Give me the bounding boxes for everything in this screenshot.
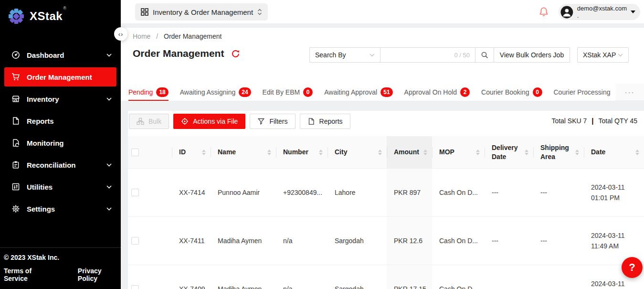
tab-edit-by-ebm[interactable]: Edit By EBM 0 — [263, 84, 313, 101]
column-header-date[interactable]: Date — [584, 136, 644, 168]
column-header-city[interactable]: City — [327, 136, 387, 168]
ellipsis-icon: ··· — [625, 88, 635, 96]
row-checkbox[interactable] — [131, 189, 139, 196]
cell-amount: PKR 17.15 — [387, 265, 432, 289]
column-header-id[interactable]: ID — [172, 136, 211, 168]
cell-shipping-area: --- — [533, 217, 584, 265]
sort-icon — [423, 150, 427, 155]
sidebar-nav: Dashboard Order Management Inventory — [0, 45, 121, 221]
sort-icon — [476, 150, 480, 155]
cell-city: Sargodah — [327, 217, 387, 265]
tab-count-badge: 51 — [380, 87, 392, 97]
search-icon — [481, 51, 488, 59]
sort-icon — [378, 150, 382, 155]
column-header-shipping-area[interactable]: Shipping Area — [533, 136, 584, 168]
view-bulk-orders-job-button[interactable]: View Bulk Orders Job — [494, 47, 570, 63]
expand-cell — [151, 217, 172, 265]
table-row[interactable]: XX-7411 Madiha Aymen n/a Sargodah PKR 12… — [128, 217, 644, 265]
dashboard-gauge-icon — [11, 51, 20, 59]
user-menu[interactable]: demo@xstak.com . — [559, 4, 640, 20]
char-counter: 0 / 50 — [454, 52, 470, 59]
app-switcher-label: Inventory & Order Management — [153, 8, 253, 16]
cart-icon — [11, 73, 20, 81]
sidebar-item-order-management[interactable]: Order Management — [4, 67, 116, 86]
app-switcher[interactable]: Inventory & Order Management — [135, 3, 268, 21]
column-header-number[interactable]: Number — [276, 136, 327, 168]
trademark-mark: ® — [63, 6, 66, 11]
reports-label: Reports — [319, 118, 343, 125]
chevron-down-icon — [370, 54, 375, 57]
sidebar: XStak® Dashboard Order Management — [0, 0, 121, 289]
tab-courier-booking[interactable]: Courier Booking 0 — [481, 84, 542, 101]
notification-bell-icon[interactable] — [538, 6, 549, 18]
column-header-amount[interactable]: Amount — [387, 136, 432, 168]
question-mark-icon: ? — [629, 261, 635, 274]
tab-courier-processing[interactable]: Courier Processing — [554, 84, 611, 101]
page-header-section: Home / Order Management Order Management… — [121, 28, 644, 101]
search-controls: Search By 0 / 50 View Bulk Orders Job XS… — [309, 47, 629, 63]
cell-name: Madiha Aymen — [211, 217, 276, 265]
sliders-icon — [11, 182, 20, 191]
sidebar-item-label: Dashboard — [27, 51, 106, 59]
sidebar-item-label: Utilities — [27, 183, 106, 191]
filters-button[interactable]: Filters — [250, 114, 295, 129]
up-down-caret-icon — [257, 8, 262, 16]
cell-date: 2024-03-11 11:49 AM — [591, 230, 626, 251]
sidebar-item-label: Order Management — [27, 73, 112, 81]
sidebar-item-utilities[interactable]: Utilities — [4, 177, 116, 196]
tab-awaiting-approval[interactable]: Awaiting Approval 51 — [324, 84, 392, 101]
tabs-overflow-button[interactable]: ··· — [615, 84, 644, 101]
row-checkbox[interactable] — [131, 285, 139, 289]
cell-city: Sargodah — [327, 265, 387, 289]
chevron-down-icon — [106, 163, 112, 167]
actions-via-file-button[interactable]: Actions via File — [173, 114, 245, 129]
refresh-icon[interactable] — [231, 49, 240, 58]
bulk-group-icon — [137, 118, 144, 125]
sort-icon — [319, 150, 323, 155]
breadcrumb-home[interactable]: Home — [133, 32, 150, 40]
tab-awaiting-assigning[interactable]: Awaiting Assigning 24 — [180, 84, 251, 101]
select-all-checkbox[interactable] — [131, 149, 139, 156]
workspace-select[interactable]: XStak XAP — [577, 47, 629, 63]
search-button[interactable] — [475, 47, 494, 63]
table-row[interactable]: XX-7409 Madiha Aymen n/a Sargodah PKR 17… — [128, 265, 644, 289]
bulk-button[interactable]: Bulk — [129, 114, 169, 129]
cell-amount: PKR 12.6 — [387, 217, 432, 265]
cell-delivery-date: --- — [485, 169, 533, 216]
totals-summary: Total SKU 7 | Total QTY 45 — [551, 117, 637, 125]
sidebar-item-label: Reports — [27, 117, 112, 125]
breadcrumb: Home / Order Management — [133, 32, 222, 40]
reports-button[interactable]: Reports — [300, 114, 350, 129]
tab-approval-on-hold[interactable]: Approval On Hold 2 — [404, 84, 470, 101]
column-header-delivery-date[interactable]: Delivery Date — [485, 136, 533, 168]
privacy-policy-link[interactable]: Privacy Policy — [78, 267, 117, 282]
report-file-icon — [307, 118, 315, 125]
sidebar-collapse-toggle[interactable]: ‹› — [114, 27, 127, 41]
tab-pending[interactable]: Pending 18 — [128, 84, 169, 101]
column-header-name[interactable]: Name — [211, 136, 276, 168]
status-tabs: Pending 18 Awaiting Assigning 24 Edit By… — [121, 84, 644, 101]
help-button[interactable]: ? — [622, 257, 643, 278]
sidebar-item-reconciliation[interactable]: Reconciliation — [4, 155, 116, 174]
breadcrumb-separator: / — [156, 32, 158, 40]
chevron-down-icon — [106, 185, 112, 189]
orders-card: Bulk Actions via File Filters Reports To… — [128, 111, 644, 289]
sidebar-item-settings[interactable]: Settings — [4, 199, 116, 218]
sidebar-item-dashboard[interactable]: Dashboard — [4, 45, 116, 64]
sort-icon — [635, 150, 639, 155]
tab-label: Courier Booking — [481, 88, 529, 96]
table-body: XX-7414 Punnoo Aamir +92300849... Lahore… — [128, 169, 644, 289]
brand-logo: XStak® — [0, 0, 121, 25]
sidebar-item-inventory[interactable]: Inventory — [4, 89, 116, 108]
search-by-select[interactable]: Search By — [309, 47, 380, 63]
cell-date: 2024-03-11 11:40 — [591, 278, 626, 289]
terms-of-service-link[interactable]: Terms of Service — [4, 267, 50, 282]
sidebar-item-monitoring[interactable]: Monitoring — [4, 133, 116, 152]
column-header-mop[interactable]: MOP — [432, 136, 485, 168]
search-input[interactable] — [386, 51, 451, 59]
expand-column-header — [151, 136, 172, 168]
table-row[interactable]: XX-7414 Punnoo Aamir +92300849... Lahore… — [128, 169, 644, 217]
cell-mop: Cash On D... — [432, 265, 485, 289]
sidebar-item-reports[interactable]: Reports — [4, 111, 116, 130]
row-checkbox[interactable] — [131, 237, 139, 245]
